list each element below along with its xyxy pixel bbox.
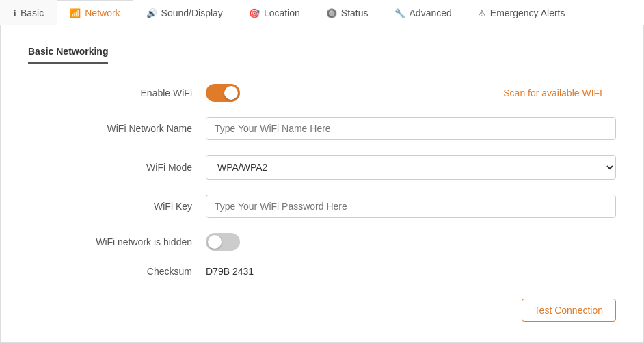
wifi-hidden-label: WiFi network is hidden bbox=[28, 236, 206, 247]
tab-advanced[interactable]: 🔧 Advanced bbox=[381, 0, 465, 25]
tab-emergency-alerts-label: Emergency Alerts bbox=[490, 8, 565, 18]
wifi-name-label: WiFi Network Name bbox=[28, 123, 206, 134]
tab-sound-display[interactable]: 🔊 Sound/Display bbox=[133, 0, 236, 25]
status-icon: 🔘 bbox=[326, 8, 337, 18]
enable-wifi-toggle[interactable] bbox=[206, 84, 240, 102]
enable-wifi-track bbox=[206, 84, 240, 102]
wifi-name-control bbox=[206, 117, 616, 140]
wifi-hidden-toggle[interactable] bbox=[206, 233, 240, 251]
wifi-name-row: WiFi Network Name bbox=[28, 117, 616, 140]
wifi-mode-row: WiFi Mode WPA/WPA2 WPA2 WPA WEP Open bbox=[28, 155, 616, 180]
tab-status[interactable]: 🔘 Status bbox=[313, 0, 381, 25]
wifi-name-input[interactable] bbox=[206, 117, 616, 140]
wifi-mode-control: WPA/WPA2 WPA2 WPA WEP Open bbox=[206, 155, 616, 180]
wifi-mode-select[interactable]: WPA/WPA2 WPA2 WPA WEP Open bbox=[206, 155, 616, 180]
wifi-key-row: WiFi Key bbox=[28, 195, 616, 218]
wifi-icon: 📶 bbox=[70, 8, 81, 18]
wifi-hidden-row: WiFi network is hidden bbox=[28, 233, 616, 251]
tab-network[interactable]: 📶 Network bbox=[57, 0, 133, 25]
section-title: Basic Networking bbox=[28, 46, 108, 64]
tab-bar: ℹ Basic 📶 Network 🔊 Sound/Display 🎯 Loca… bbox=[0, 0, 644, 25]
tab-basic[interactable]: ℹ Basic bbox=[0, 0, 57, 25]
test-connection-button[interactable]: Test Connection bbox=[522, 299, 616, 322]
enable-wifi-thumb bbox=[224, 86, 238, 100]
tab-status-label: Status bbox=[341, 8, 368, 18]
checksum-value: D79B 2431 bbox=[206, 266, 254, 277]
tab-location[interactable]: 🎯 Location bbox=[236, 0, 313, 25]
tab-location-label: Location bbox=[264, 8, 300, 18]
enable-wifi-control bbox=[206, 84, 479, 102]
enable-wifi-label: Enable WiFi bbox=[28, 87, 206, 98]
wifi-hidden-track bbox=[206, 233, 240, 251]
enable-wifi-row: Enable WiFi Scan for available WIFI bbox=[28, 84, 616, 102]
wifi-key-input[interactable] bbox=[206, 195, 616, 218]
tab-basic-label: Basic bbox=[21, 8, 44, 18]
wifi-key-label: WiFi Key bbox=[28, 201, 206, 212]
tab-network-label: Network bbox=[85, 8, 120, 18]
footer: Test Connection bbox=[28, 292, 616, 322]
wifi-mode-label: WiFi Mode bbox=[28, 162, 206, 173]
wifi-hidden-control bbox=[206, 233, 616, 251]
location-icon: 🎯 bbox=[249, 8, 260, 18]
info-icon: ℹ bbox=[13, 8, 16, 18]
scan-wifi-link[interactable]: Scan for available WIFI bbox=[503, 87, 602, 98]
wifi-key-control bbox=[206, 195, 616, 218]
wrench-icon: 🔧 bbox=[394, 8, 405, 18]
tab-advanced-label: Advanced bbox=[410, 8, 452, 18]
sound-icon: 🔊 bbox=[146, 8, 157, 18]
tab-sound-display-label: Sound/Display bbox=[161, 8, 223, 18]
alert-icon: ⚠ bbox=[478, 8, 486, 18]
checksum-label: Checksum bbox=[28, 266, 206, 277]
checksum-row: Checksum D79B 2431 bbox=[28, 266, 616, 277]
wifi-hidden-thumb bbox=[208, 235, 222, 249]
main-content: Basic Networking Enable WiFi Scan for av… bbox=[0, 25, 644, 343]
checksum-control: D79B 2431 bbox=[206, 266, 616, 277]
tab-emergency-alerts[interactable]: ⚠ Emergency Alerts bbox=[465, 0, 578, 25]
